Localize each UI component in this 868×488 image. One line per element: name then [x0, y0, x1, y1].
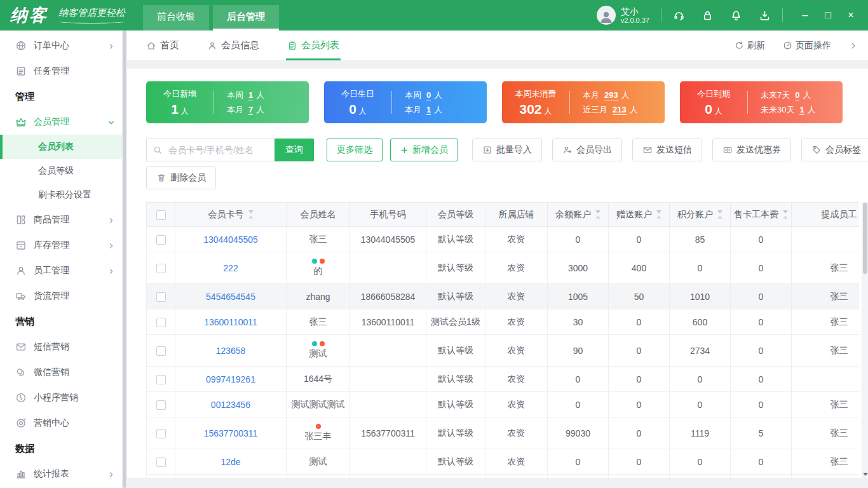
row-checkbox[interactable]	[156, 292, 166, 302]
button-label: 更多筛选	[337, 144, 372, 156]
delete-member-button[interactable]: 删除会员	[146, 166, 216, 189]
detail-unit: 人	[803, 90, 811, 101]
member-tag-button[interactable]: 会员标签	[801, 139, 868, 161]
card-detail-row[interactable]: 本月1人	[405, 104, 487, 116]
service-icon[interactable]	[673, 10, 685, 22]
card-detail-row[interactable]: 未来30天1人	[761, 104, 843, 116]
miniapp-icon	[15, 392, 27, 403]
sidebar-subitem-card-points-setting[interactable]: 刷卡积分设置	[0, 183, 126, 207]
member-card-link[interactable]: 00123456	[211, 400, 250, 410]
sidebar-item-task-manage[interactable]: 任务管理	[0, 58, 126, 84]
member-card-link[interactable]: 12de	[220, 457, 240, 467]
cell-value: 农资	[508, 345, 526, 355]
sort-carets[interactable]	[717, 210, 722, 219]
stock-icon	[15, 240, 27, 251]
scrollbar-thumb[interactable]	[863, 203, 867, 274]
refresh-button[interactable]: 刷新	[735, 40, 765, 51]
member-export-button[interactable]: 会员导出	[552, 139, 622, 161]
sidebar-subitem-member-level[interactable]: 会员等级	[0, 159, 126, 183]
member-card-link[interactable]: 5454654545	[206, 292, 255, 302]
sidebar-item-logistics-manage[interactable]: 货流管理	[0, 283, 126, 309]
card-detail-row[interactable]: 近三月213人	[583, 104, 665, 116]
maximize-button[interactable]: □	[817, 6, 839, 25]
cell-value: 农资	[508, 234, 526, 244]
scrollbar-thumb[interactable]	[123, 30, 126, 488]
member-card-link[interactable]: 123658	[216, 346, 246, 356]
page-actions-button[interactable]: 页面操作	[783, 40, 831, 51]
cell-check	[147, 392, 175, 417]
more-filter-button[interactable]: 更多筛选	[327, 139, 383, 161]
card-detail-row[interactable]: 本周1人	[227, 90, 309, 101]
member-card-link[interactable]: 15637700311	[204, 428, 258, 438]
tab-member-list[interactable]: 会员列表	[287, 30, 339, 60]
cell-value: 0	[637, 400, 642, 410]
sidebar-section-marketing-section: 营销	[0, 309, 126, 334]
sort-carets[interactable]	[656, 210, 661, 219]
sidebar-item-sms-marketing[interactable]: 短信营销	[0, 334, 126, 360]
sidebar-item-order-center[interactable]: 订单中心	[0, 33, 126, 58]
batch-import-button[interactable]: 批量导入	[472, 139, 542, 161]
tab-home[interactable]: 首页	[146, 30, 179, 60]
card-detail-row[interactable]: 未来7天0人	[761, 90, 843, 101]
row-checkbox[interactable]	[156, 318, 166, 327]
close-button[interactable]: ×	[840, 6, 862, 25]
card-detail-row[interactable]: 本月293人	[583, 90, 665, 101]
column-header-points[interactable]: 积分账户	[670, 203, 731, 227]
row-checkbox[interactable]	[156, 458, 166, 467]
row-checkbox[interactable]	[156, 400, 166, 410]
tab-member-info[interactable]: 会员信息	[207, 30, 259, 60]
chevron-right-icon[interactable]	[849, 41, 858, 50]
card-detail-row[interactable]: 本周0人	[405, 90, 487, 101]
member-card-link[interactable]: 13044045505	[203, 234, 258, 245]
sidebar-item-member-manage[interactable]: 会员管理	[0, 109, 126, 135]
table-vertical-scrollbar[interactable]	[862, 202, 868, 478]
member-card-link[interactable]: 222	[223, 263, 238, 273]
mode-tab-cashier[interactable]: 前台收银	[143, 5, 209, 30]
send-sms-button[interactable]: 发送短信	[632, 139, 702, 161]
sort-carets[interactable]	[248, 210, 254, 219]
column-header-card[interactable]: 会员卡号	[175, 203, 287, 227]
select-all-checkbox[interactable]	[156, 210, 166, 220]
cell-fee: 0	[731, 284, 792, 309]
column-header-balance[interactable]: 余额账户	[548, 203, 609, 227]
search-button[interactable]: 查询	[275, 139, 314, 161]
scroll-down-arrow[interactable]	[863, 473, 868, 476]
member-card-link[interactable]: 13600110011	[204, 317, 257, 327]
lock-icon[interactable]	[702, 10, 714, 22]
sort-carets[interactable]	[595, 210, 600, 219]
search-input[interactable]	[146, 139, 275, 161]
add-member-button[interactable]: 新增会员	[390, 139, 458, 161]
bell-icon[interactable]	[730, 10, 742, 22]
sidebar-item-staff-manage[interactable]: 员工管理	[0, 258, 126, 283]
mode-tab-admin[interactable]: 后台管理	[213, 5, 279, 30]
download-icon[interactable]	[759, 10, 771, 22]
sidebar-item-stock-manage[interactable]: 库存管理	[0, 233, 126, 258]
column-header-gift[interactable]: 赠送账户	[609, 203, 670, 227]
sidebar-item-product-manage[interactable]: 商品管理	[0, 207, 126, 233]
sidebar-item-wechat-marketing[interactable]: 微信营销	[0, 360, 126, 385]
send-coupon-button[interactable]: 发送优惠券	[712, 139, 791, 161]
row-checkbox[interactable]	[156, 429, 166, 438]
detail-value: 293	[604, 90, 618, 100]
sidebar-item-marketing-center[interactable]: 营销中心	[0, 410, 126, 436]
card-detail-row[interactable]: 本月7人	[227, 104, 309, 116]
cell-points: 0	[670, 449, 731, 475]
clipboard-icon	[287, 41, 297, 51]
sidebar-item-miniapp-marketing[interactable]: 小程序营销	[0, 385, 126, 410]
column-header-fee[interactable]: 售卡工本费	[731, 203, 792, 227]
sidebar-item-statistics-report[interactable]: 统计报表	[0, 461, 126, 487]
member-card-link[interactable]: 0997419261	[206, 374, 255, 384]
cell-points: 2734	[670, 335, 731, 367]
sidebar-subitem-member-list[interactable]: 会员列表	[0, 135, 126, 159]
row-checkbox[interactable]	[156, 346, 166, 356]
cell-level: 默认等级	[426, 227, 485, 252]
row-checkbox[interactable]	[156, 264, 166, 273]
sort-carets[interactable]	[783, 210, 788, 219]
select-all-header[interactable]	[147, 203, 175, 227]
sidebar-scrollbar[interactable]	[122, 30, 126, 488]
avatar[interactable]	[597, 6, 616, 25]
cell-staff: 张三	[792, 392, 860, 417]
minimize-button[interactable]: –	[794, 6, 816, 25]
row-checkbox[interactable]	[156, 235, 166, 245]
row-checkbox[interactable]	[156, 375, 166, 384]
